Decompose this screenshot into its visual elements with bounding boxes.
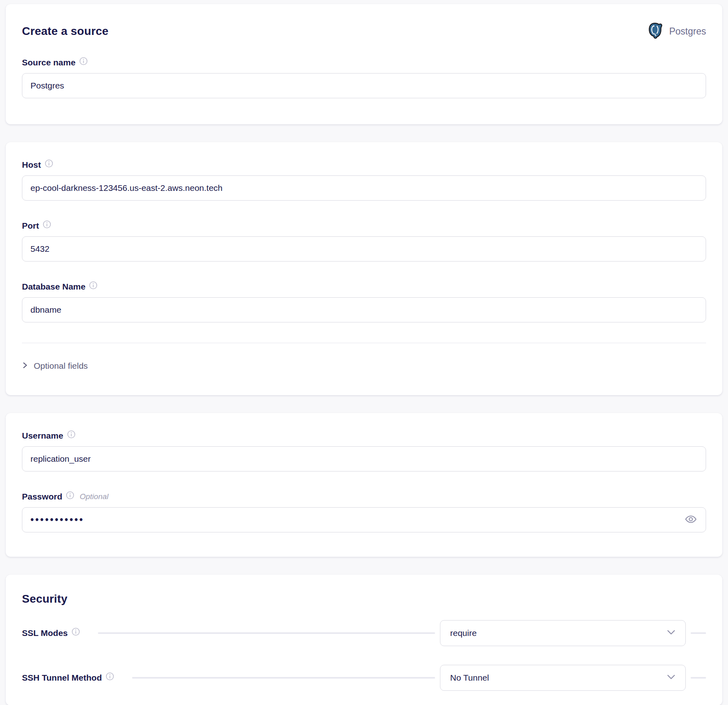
- field-connector-line: [98, 632, 435, 634]
- port-input[interactable]: [22, 236, 706, 262]
- ssl-modes-label: SSL Modes: [22, 628, 68, 638]
- username-input[interactable]: [22, 446, 706, 471]
- source-name-field: Source name: [22, 58, 706, 98]
- password-visibility-toggle[interactable]: [685, 513, 697, 527]
- security-title: Security: [22, 593, 706, 606]
- connector-name-label: Postgres: [669, 26, 706, 37]
- ssh-tunnel-row: SSH Tunnel Method No Tunnel: [22, 665, 706, 691]
- password-field: Password Optional: [22, 492, 706, 532]
- info-icon[interactable]: [79, 57, 88, 65]
- connector-badge: Postgres: [646, 22, 706, 41]
- ssh-tunnel-value: No Tunnel: [450, 673, 489, 683]
- port-label: Port: [22, 221, 39, 231]
- info-icon[interactable]: [45, 159, 53, 168]
- ssh-tunnel-select[interactable]: No Tunnel: [440, 665, 686, 691]
- field-connector-line: [691, 632, 706, 634]
- optional-fields-label: Optional fields: [34, 361, 88, 371]
- database-name-field: Database Name: [22, 282, 706, 322]
- port-field: Port: [22, 221, 706, 262]
- create-source-card: Create a source Postgres Source name: [6, 4, 722, 124]
- info-icon[interactable]: [43, 220, 51, 229]
- security-card: Security SSL Modes require SSH Tunnel Me…: [6, 575, 722, 705]
- eye-icon: [685, 513, 697, 527]
- host-label: Host: [22, 160, 41, 170]
- source-name-input[interactable]: [22, 73, 706, 98]
- database-name-label: Database Name: [22, 282, 85, 292]
- page-title: Create a source: [22, 25, 108, 38]
- ssl-modes-select[interactable]: require: [440, 620, 686, 646]
- ssh-tunnel-label: SSH Tunnel Method: [22, 673, 102, 683]
- ssl-modes-row: SSL Modes require: [22, 620, 706, 646]
- divider: [22, 343, 706, 343]
- password-optional-tag: Optional: [80, 492, 108, 501]
- ssl-modes-value: require: [450, 628, 477, 638]
- username-field: Username: [22, 431, 706, 471]
- username-label: Username: [22, 431, 63, 441]
- connection-card: Host Port Database Name Optional: [6, 142, 722, 395]
- host-field: Host: [22, 160, 706, 201]
- field-connector-line: [691, 677, 706, 679]
- credentials-card: Username Password Optional: [6, 413, 722, 557]
- source-name-label: Source name: [22, 58, 76, 67]
- info-icon[interactable]: [66, 491, 74, 500]
- host-input[interactable]: [22, 175, 706, 201]
- chevron-down-icon: [667, 629, 676, 637]
- postgres-logo-icon: [646, 22, 663, 41]
- info-icon[interactable]: [89, 281, 98, 290]
- field-connector-line: [132, 677, 435, 679]
- create-source-header: Create a source Postgres: [22, 22, 706, 41]
- info-icon[interactable]: [67, 430, 76, 439]
- database-name-input[interactable]: [22, 297, 706, 322]
- password-input[interactable]: [22, 507, 706, 532]
- chevron-down-icon: [667, 674, 676, 681]
- chevron-right-icon: [22, 362, 28, 370]
- password-label: Password: [22, 492, 62, 502]
- info-icon[interactable]: [106, 672, 114, 681]
- info-icon[interactable]: [72, 627, 80, 636]
- optional-fields-toggle[interactable]: Optional fields: [22, 361, 88, 371]
